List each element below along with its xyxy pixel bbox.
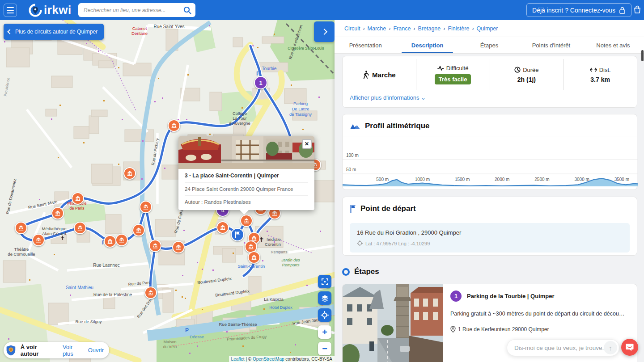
start-address-box: 16 Rue du Roi Gradlon , 29000 Quimper La… xyxy=(350,223,630,253)
map-label: Théâtre xyxy=(14,247,29,252)
circle-icon xyxy=(342,268,350,276)
map-label: hédrale xyxy=(267,237,281,242)
breadcrumb-item-bretagne[interactable]: Bretagne xyxy=(418,25,441,32)
poi-marker[interactable] xyxy=(51,207,64,219)
tab-notes-et-avis[interactable]: Notes et avis xyxy=(582,37,644,53)
breadcrumb-item-marche[interactable]: Marche xyxy=(368,25,386,32)
panel-collapse-button[interactable] xyxy=(314,21,335,42)
poi-marker[interactable] xyxy=(115,234,128,246)
poi-marker[interactable] xyxy=(149,240,161,252)
breadcrumb-separator: › xyxy=(472,25,474,32)
elevation-chart: 50 m100 m500 m1000 m1500 m2000 m2500 m30… xyxy=(343,136,638,186)
poi-marker[interactable] xyxy=(140,201,152,213)
show-more-info-link[interactable]: Afficher plus d'informations ⌄ xyxy=(350,94,426,101)
fullscreen-button[interactable] xyxy=(318,275,331,288)
map-label: Médiathèque xyxy=(42,226,67,231)
breadcrumb-separator: › xyxy=(389,25,390,32)
clock-icon xyxy=(514,67,521,73)
step-description: Parking gratuit à ~300 mètres du point d… xyxy=(450,311,627,317)
search-icon[interactable] xyxy=(183,6,192,15)
pin-icon xyxy=(450,326,456,333)
top-header: irkwi Déjà inscrit ? Connectez-vous xyxy=(0,0,644,20)
map-label: Tourbie xyxy=(262,66,277,71)
map-label: Rue de la Palestine xyxy=(93,292,132,297)
panel-scrollbar-thumb[interactable] xyxy=(641,50,644,61)
map-canvas[interactable]: Rue Saint-YvesCabinetDentaireCimetière S… xyxy=(0,20,335,362)
poi-marker[interactable] xyxy=(172,241,185,253)
svg-text:3500 m: 3500 m xyxy=(614,177,629,182)
tab--tapes[interactable]: Étapes xyxy=(458,37,520,53)
poi-marker[interactable] xyxy=(123,167,136,180)
search-bar xyxy=(78,3,195,17)
osm-link[interactable]: OpenStreetMap xyxy=(253,357,284,362)
breadcrumb-separator: › xyxy=(413,25,415,32)
breadcrumb-item-finistère[interactable]: Finistère xyxy=(448,25,469,32)
circuit-info-card: Marche Difficulté Très facile Durée 2h xyxy=(342,56,637,108)
cirkwi-logo[interactable]: irkwi xyxy=(28,3,72,18)
popup-close-button[interactable]: ✕ xyxy=(302,139,312,149)
breadcrumb-item-circuit[interactable]: Circuit xyxy=(344,25,360,32)
tab-pr-sentation[interactable]: Présentation xyxy=(335,37,396,53)
breadcrumb-item-france[interactable]: France xyxy=(393,25,411,32)
step-marker-1[interactable]: 1 xyxy=(254,76,267,89)
steps-title: Étapes xyxy=(354,267,379,276)
poi-marker[interactable] xyxy=(216,221,229,234)
start-address: 16 Rue du Roi Gradlon , 29000 Quimper xyxy=(357,229,623,236)
bag-icon[interactable] xyxy=(633,5,641,14)
map-label: De Lattre xyxy=(292,106,309,111)
poi-marker[interactable] xyxy=(104,235,116,248)
assistant-input[interactable] xyxy=(514,345,604,351)
login-button[interactable]: Déjà inscrit ? Connectez-vous xyxy=(526,3,631,17)
more-circuits-label: Plus de circuits autour de Quimper xyxy=(15,29,97,35)
activity-label: Marche xyxy=(372,71,396,79)
tabs-bar: PrésentationDescriptionÉtapesPoints d'in… xyxy=(335,37,644,54)
popup-title: 3 - La place Saint-Corentin | Quimper xyxy=(185,169,308,183)
search-input[interactable] xyxy=(84,7,183,13)
poi-marker[interactable] xyxy=(74,222,86,234)
poi-marker[interactable] xyxy=(15,222,27,234)
svg-text:100 m: 100 m xyxy=(346,153,359,158)
send-button[interactable]: ↑ xyxy=(604,341,617,354)
svg-text:3000 m: 3000 m xyxy=(574,177,589,182)
map-label: Alain Gérard xyxy=(42,231,66,236)
poi-marker[interactable] xyxy=(240,215,253,227)
svg-text:1000 m: 1000 m xyxy=(415,177,430,182)
poi-marker[interactable] xyxy=(248,251,260,264)
poi-marker[interactable] xyxy=(168,119,180,132)
map-label: Déesse xyxy=(190,334,204,339)
poi-marker[interactable] xyxy=(72,192,84,205)
distance-label: Dist. xyxy=(599,67,611,73)
around-open-link[interactable]: Ouvrir xyxy=(88,347,104,354)
popup-photo xyxy=(178,136,314,169)
zoom-in-label: + xyxy=(322,327,327,337)
shield-badge-icon xyxy=(6,344,16,357)
breadcrumb: Circuit›Marche›France›Bretagne›Finistère… xyxy=(335,20,644,37)
map-label: La Tour xyxy=(233,116,247,121)
layers-button[interactable] xyxy=(318,291,331,305)
tab-description[interactable]: Description xyxy=(396,37,458,53)
step-title: Parking de la Tourbie | Quimper xyxy=(467,293,555,299)
menu-icon[interactable] xyxy=(4,4,17,17)
breadcrumb-item-quimper[interactable]: Quimper xyxy=(477,25,498,32)
map-label: Hôtel Duplex xyxy=(269,305,292,310)
tab-points-d-int-r-t[interactable]: Points d'intérêt xyxy=(520,37,582,53)
chat-bubble-icon xyxy=(625,343,634,352)
map-label: Rue Sainte-Thérèse xyxy=(219,322,257,327)
zoom-out-button[interactable]: − xyxy=(318,342,331,355)
around-label: À voir autour xyxy=(21,344,50,357)
difficulty-icon xyxy=(437,65,444,71)
lock-icon xyxy=(619,7,626,14)
poi-marker[interactable] xyxy=(144,286,157,299)
target-icon xyxy=(357,240,363,246)
map-label: La Katorza xyxy=(264,297,284,302)
locate-button[interactable] xyxy=(318,308,331,322)
poi-marker[interactable] xyxy=(132,224,145,236)
more-circuits-button[interactable]: Plus de circuits autour de Quimper xyxy=(4,24,104,40)
chat-fab[interactable] xyxy=(621,339,638,356)
around-see-more-link[interactable]: Voir plus xyxy=(63,344,81,357)
start-marker[interactable] xyxy=(231,228,244,241)
poi-marker[interactable] xyxy=(32,234,45,246)
zoom-in-button[interactable]: + xyxy=(318,325,331,339)
leaflet-link[interactable]: Leaflet xyxy=(231,357,245,362)
logo-text: irkwi xyxy=(44,3,72,17)
